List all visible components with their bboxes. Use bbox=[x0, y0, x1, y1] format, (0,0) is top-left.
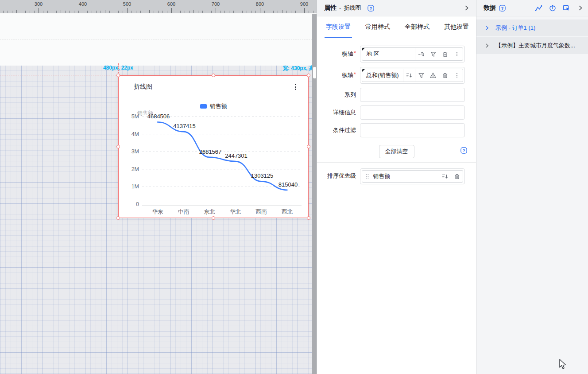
sort-down-icon[interactable] bbox=[403, 69, 415, 82]
help-icon[interactable]: ? bbox=[499, 5, 506, 12]
horizontal-ruler: 300400500600700800900 bbox=[0, 0, 317, 13]
y-axis-row: 纵轴* 总和(销售额) bbox=[317, 67, 465, 84]
dimension-corner-marker bbox=[362, 48, 365, 51]
y-axis-dropzone[interactable]: 总和(销售额) bbox=[360, 67, 465, 84]
ruler-mark: 300 bbox=[35, 1, 43, 7]
dataset-item-weather[interactable]: 【示例】主要城市月度气象数... bbox=[476, 37, 588, 54]
x-category-label: 西北 bbox=[282, 209, 293, 215]
detail-row: 详细信息 bbox=[317, 105, 465, 120]
help-icon[interactable]: ? bbox=[460, 147, 467, 156]
upload-icon[interactable] bbox=[549, 4, 556, 12]
clear-all-row: 全部清空 ? bbox=[317, 145, 476, 157]
svg-text:?: ? bbox=[370, 6, 372, 10]
measure-corner-marker bbox=[362, 69, 365, 72]
data-panel-title: 数据 bbox=[484, 4, 496, 12]
page-edge-dashed-line bbox=[0, 39, 312, 39]
x-category-label: 华东 bbox=[152, 209, 163, 215]
more-icon[interactable] bbox=[451, 69, 463, 82]
ruler-mark: 800 bbox=[256, 1, 264, 7]
canvas-margin-area bbox=[0, 14, 312, 66]
chevron-right-icon[interactable] bbox=[484, 25, 490, 31]
tab-all-styles[interactable]: 全部样式 bbox=[403, 23, 431, 38]
resize-handle-middle-left[interactable] bbox=[116, 145, 120, 148]
resize-handle-top-right[interactable] bbox=[307, 74, 310, 77]
sort-priority-label: 排序优先级 bbox=[317, 168, 360, 184]
sort-priority-list[interactable]: 销售额 bbox=[360, 168, 465, 184]
properties-header: 属性 - 折线图 ? bbox=[317, 0, 476, 16]
tab-other-settings[interactable]: 其他设置 bbox=[443, 23, 470, 38]
legend-marker bbox=[200, 104, 207, 109]
resize-handle-middle-right[interactable] bbox=[307, 145, 310, 148]
resize-handle-bottom-middle[interactable] bbox=[212, 216, 215, 220]
warning-icon[interactable] bbox=[427, 69, 439, 82]
filter-icon[interactable] bbox=[415, 69, 427, 82]
properties-title-separator: - bbox=[339, 5, 341, 12]
filter-row: 条件过滤 bbox=[317, 123, 465, 138]
line-chart-icon[interactable] bbox=[535, 5, 542, 12]
y-axis-field-chip[interactable]: 总和(销售额) bbox=[362, 69, 463, 82]
y-tick-label: 2M bbox=[132, 166, 139, 172]
chart-plot: 5M4M3M2M1M0华东中南东北华北西南西北46845064137415268… bbox=[119, 76, 309, 218]
data-value-label: 815040 bbox=[279, 181, 298, 188]
x-axis-label: 横轴* bbox=[317, 46, 360, 62]
x-axis-dropzone[interactable]: 地 区 bbox=[360, 46, 465, 62]
resize-handle-bottom-left[interactable] bbox=[116, 216, 120, 220]
x-axis-field-chip[interactable]: 地 区 bbox=[362, 47, 463, 61]
detail-dropzone[interactable] bbox=[360, 105, 465, 120]
y-axis-label: 纵轴* bbox=[317, 67, 360, 84]
chevron-right-icon[interactable] bbox=[484, 43, 490, 48]
sort-priority-chip[interactable]: 销售额 bbox=[362, 170, 463, 183]
collapse-properties-icon[interactable] bbox=[464, 5, 470, 11]
canvas-scrollbar[interactable] bbox=[312, 14, 317, 374]
widget-size-label: 宽: 430px, 高 bbox=[282, 65, 312, 72]
x-category-label: 西南 bbox=[256, 209, 267, 215]
resize-handle-bottom-right[interactable] bbox=[307, 216, 310, 220]
ruler-ticks bbox=[0, 0, 317, 13]
widget-position-label: 480px, 22px bbox=[103, 65, 133, 71]
widget-menu-kebab-icon[interactable] bbox=[292, 82, 298, 91]
tab-common-styles[interactable]: 常用样式 bbox=[364, 23, 391, 38]
app: 300400500600700800900 480px, 22px 宽: 430… bbox=[0, 0, 588, 374]
filter-icon[interactable] bbox=[427, 48, 439, 60]
ruler-mark: 700 bbox=[212, 1, 220, 7]
properties-tabs: 字段设置 常用样式 全部样式 其他设置 bbox=[317, 16, 476, 38]
x-category-label: 东北 bbox=[204, 209, 216, 215]
x-category-label: 中南 bbox=[178, 209, 190, 215]
selection-guide-horizontal bbox=[0, 75, 119, 75]
data-value-label: 1303125 bbox=[251, 172, 274, 179]
y-axis-title: 销售额 bbox=[137, 109, 153, 117]
drag-handle-icon[interactable] bbox=[362, 174, 372, 179]
clear-all-button[interactable]: 全部清空 bbox=[379, 145, 414, 158]
detail-label: 详细信息 bbox=[317, 105, 360, 120]
canvas-scrollbar-thumb[interactable] bbox=[313, 67, 316, 78]
svg-text:?: ? bbox=[501, 6, 504, 10]
resize-handle-top-left[interactable] bbox=[116, 74, 120, 77]
resize-handle-top-middle[interactable] bbox=[212, 74, 215, 77]
x-axis-row: 横轴* 地 区 bbox=[317, 46, 465, 62]
collapse-data-panel-icon[interactable] bbox=[577, 5, 584, 11]
dataset-item-orders[interactable]: 示例 - 订单1 (1) bbox=[476, 19, 588, 36]
properties-panel: 属性 - 折线图 ? 字段设置 常用样式 全部样式 其他设置 横轴* bbox=[317, 0, 476, 374]
ruler-mark: 400 bbox=[79, 1, 87, 7]
y-axis-field-name: 总和(销售额) bbox=[362, 71, 403, 79]
sort-priority-row: 排序优先级 销售额 bbox=[317, 168, 465, 184]
sort-updown-icon[interactable] bbox=[415, 48, 427, 60]
filter-dropzone[interactable] bbox=[360, 123, 465, 137]
line-chart-widget[interactable]: 折线图 销售额 销售额 5M4M3M2M1M0华东中南东北华北西南西北46845… bbox=[118, 75, 309, 218]
delete-icon[interactable] bbox=[451, 171, 463, 182]
delete-icon[interactable] bbox=[439, 69, 451, 82]
tab-field-settings[interactable]: 字段设置 bbox=[325, 23, 352, 38]
data-panel-header: 数据 ? bbox=[476, 0, 588, 16]
mouse-cursor bbox=[558, 359, 567, 371]
data-panel: 数据 ? 示例 - 订单1 (1) bbox=[476, 0, 588, 374]
help-icon[interactable]: ? bbox=[368, 5, 374, 12]
x-axis-field-name: 地 区 bbox=[362, 50, 415, 58]
chart-title: 折线图 bbox=[134, 83, 152, 91]
more-icon[interactable] bbox=[451, 48, 463, 60]
sort-down-icon[interactable] bbox=[439, 171, 451, 182]
delete-icon[interactable] bbox=[439, 48, 451, 60]
series-dropzone[interactable] bbox=[360, 88, 465, 102]
design-canvas[interactable]: 300400500600700800900 480px, 22px 宽: 430… bbox=[0, 0, 317, 374]
import-dataset-icon[interactable] bbox=[563, 4, 570, 12]
data-value-label: 2681567 bbox=[199, 148, 222, 155]
